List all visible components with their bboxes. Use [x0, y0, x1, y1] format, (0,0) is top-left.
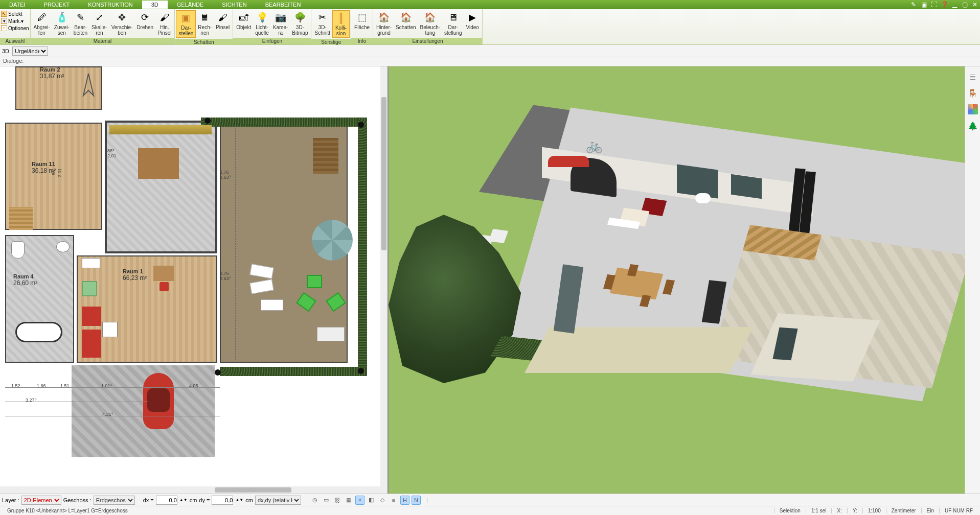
video-button[interactable]: ▶Video: [464, 10, 481, 37]
beleuchtung-button[interactable]: 🏠Beleuch- tung: [418, 10, 442, 37]
palette-icon[interactable]: [968, 104, 978, 114]
main-area: Raum 231,87 m² Raum 1136,18 m² Raum 345,…: [0, 66, 980, 494]
close-icon[interactable]: ✕: [971, 1, 979, 9]
darstellen-button[interactable]: ▣Dar- stellen: [176, 10, 196, 38]
darstellung-button[interactable]: 🖥Dar- stellung: [442, 10, 464, 37]
zuweisen-button[interactable]: 🧴Zuwei- sen: [52, 10, 72, 37]
maximize-icon[interactable]: ▢: [961, 1, 969, 9]
dx-input[interactable]: [156, 496, 177, 505]
room-label-raum1: Raum 166,23 m²: [123, 268, 147, 282]
tab-sichten[interactable]: SICHTEN: [213, 1, 256, 9]
link-icon[interactable]: ⛓: [333, 496, 342, 505]
bicycle-icon: 🚲: [586, 138, 602, 154]
pinsel-button[interactable]: 🖌Pinsel: [214, 10, 232, 38]
hinpinsel-button[interactable]: 🖌Hin. Pinsel: [155, 10, 173, 37]
rechnen-label: Rech- nen: [198, 25, 212, 36]
dim-label: 2,63⁵: [220, 175, 231, 180]
front-wall: [525, 327, 754, 373]
brush2-icon: 🖌: [217, 11, 229, 24]
ribbon-group-material: 🖉Abgrei- fen 🧴Zuwei- sen ✎Bear- beiten ⤢…: [31, 9, 175, 44]
layers2-icon[interactable]: ◧: [367, 496, 376, 505]
settings2-icon[interactable]: ⛶: [930, 1, 938, 9]
schnitt-label: 3D- Schnitt: [314, 25, 330, 36]
lines-icon[interactable]: ≡: [389, 496, 398, 505]
toggle-h-icon[interactable]: H: [400, 496, 409, 505]
mark-button[interactable]: ▾Mark. ▾: [1, 18, 29, 24]
tab-konstruktion[interactable]: KONSTRUKTION: [79, 1, 142, 9]
cube-icon: ▣: [180, 12, 192, 24]
layer-select[interactable]: 2D-Elemen: [21, 496, 61, 505]
kamera-button[interactable]: 📷Kame- ra: [271, 10, 290, 37]
darstellung-label: Dar- stellung: [444, 25, 462, 36]
post-icon: [358, 368, 364, 374]
outdoor2-icon: [489, 229, 509, 243]
umbrella-icon: [312, 220, 353, 261]
snap-icon[interactable]: ⌖: [355, 496, 364, 505]
clock-icon[interactable]: ◷: [310, 496, 320, 505]
layer-preset-select[interactable]: Urgelände: [12, 46, 48, 56]
diamond-icon[interactable]: ◇: [378, 496, 387, 505]
selekt-button[interactable]: ↖Selekt: [1, 11, 29, 17]
mode-select[interactable]: dx,dy (relativ ka: [255, 496, 301, 505]
unit-cm2: cm: [245, 497, 253, 503]
ribbon-group-info: ⬚Fläche Info: [351, 9, 373, 44]
view-mode-label: 3D: [2, 48, 9, 54]
view-2d-floorplan[interactable]: Raum 231,87 m² Raum 1136,18 m² Raum 345,…: [0, 66, 389, 494]
tree2-icon[interactable]: 🌲: [968, 121, 978, 131]
hedge-top: [201, 118, 364, 127]
skalieren-button[interactable]: ⤢Skalie- ren: [89, 10, 109, 37]
optionen-label: Optionen: [8, 26, 29, 31]
car-icon: [143, 373, 174, 429]
verschieben-button[interactable]: ✥Verschie- ben: [109, 10, 135, 37]
status-scale: 1:1 sel: [806, 508, 831, 513]
bearbeiten-button[interactable]: ✎Bear- beiten: [72, 10, 89, 37]
darstellen-label: Dar- stellen: [178, 25, 193, 36]
bitmap-button[interactable]: 🌳3D- Bitmap: [290, 10, 310, 37]
help-icon[interactable]: ❓: [940, 1, 948, 9]
rechnen-button[interactable]: 🖩Rech- nen: [196, 10, 214, 38]
grid-icon[interactable]: ▦: [344, 496, 353, 505]
toggle-n-icon[interactable]: N: [412, 496, 421, 505]
schnitt-button[interactable]: ✂3D- Schnitt: [312, 10, 332, 38]
scrollbar-vertical[interactable]: [380, 66, 388, 486]
room-label-raum4: Raum 426,60 m²: [13, 273, 37, 287]
tab-gelaende[interactable]: GELÄNDE: [168, 1, 213, 9]
tab-projekt[interactable]: PROJEKT: [35, 1, 79, 9]
geschoss-select[interactable]: Erdgeschos: [94, 496, 135, 505]
view-3d[interactable]: 🚲: [389, 66, 965, 494]
scrollbar-horizontal[interactable]: [0, 486, 388, 494]
screen-icon[interactable]: ▭: [322, 496, 331, 505]
tab-3d[interactable]: 3D: [142, 1, 168, 9]
objekt-button[interactable]: 🛋Objekt: [234, 10, 253, 37]
armchair-icon: [82, 307, 101, 326]
geschoss-label: Geschoss :: [63, 497, 92, 503]
minimize-icon[interactable]: ▁: [950, 1, 959, 9]
optionen-button[interactable]: +Optionen: [1, 25, 29, 31]
ribbon-group-sonstige: ✂3D- Schnitt ║Kolli- sion Sonstige: [311, 9, 351, 44]
hintergrund-button[interactable]: 🏠Hinter- grund: [374, 10, 394, 37]
schatten2-label: Schatten: [396, 25, 416, 30]
schatten2-button[interactable]: 🏠Schatten: [394, 10, 418, 37]
furniture-icon[interactable]: 🪑: [968, 88, 978, 98]
dim-label: 2,01: [57, 168, 62, 177]
lichtquelle-button[interactable]: 💡Licht- quelle: [253, 10, 271, 37]
dy-input[interactable]: [212, 496, 233, 505]
kollision-button[interactable]: ║Kolli- sion: [332, 10, 350, 38]
layers-icon[interactable]: ≣: [968, 72, 978, 82]
status-zoom: 1:100: [862, 508, 886, 513]
room-raum3: [105, 121, 217, 253]
pencil-icon[interactable]: ✎: [909, 1, 918, 9]
window-icon[interactable]: ▣: [920, 1, 928, 9]
tab-bearbeiten[interactable]: BEARBEITEN: [256, 1, 310, 9]
window2-icon: [731, 174, 762, 199]
bitmap-label: 3D- Bitmap: [292, 25, 308, 36]
tree-icon: 🌳: [294, 11, 306, 24]
tab-datei[interactable]: DATEI: [0, 1, 35, 9]
scale-icon: ⤢: [93, 11, 105, 24]
flaeche-button[interactable]: ⬚Fläche: [352, 10, 372, 37]
drehen-button[interactable]: ⟳Drehen: [134, 10, 155, 37]
rotate-icon: ⟳: [139, 11, 151, 24]
group-label-info: Info: [351, 38, 373, 44]
abgreifen-button[interactable]: 🖉Abgrei- fen: [32, 10, 52, 37]
caret-icon[interactable]: ᛁ: [423, 496, 432, 505]
